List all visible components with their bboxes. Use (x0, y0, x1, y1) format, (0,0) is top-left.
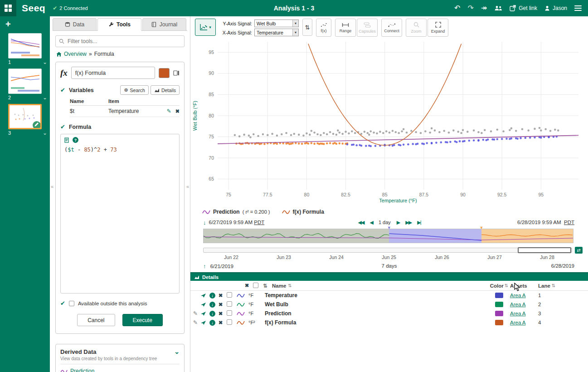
chevron-down-icon[interactable]: ⌄ (43, 59, 47, 65)
auto-update-icon[interactable]: ⇄ (575, 247, 583, 254)
legend-fx-formula[interactable]: f(x) Formula (282, 209, 324, 215)
scrollbar-handle[interactable] (518, 247, 571, 253)
range-start-icon[interactable]: ↓ (203, 219, 206, 226)
get-link-button[interactable]: Get link (510, 5, 537, 11)
step-back-all-icon[interactable]: ◀◀ (358, 220, 364, 225)
worksheet-thumbnail[interactable]: 1⌄ (8, 33, 47, 65)
connect-button[interactable]: Connect (381, 19, 402, 37)
asset-link[interactable]: Area A (510, 311, 538, 316)
trend-icon[interactable] (200, 293, 209, 298)
capsules-button[interactable]: Capsules (357, 19, 378, 37)
select-all-checkbox[interactable] (253, 283, 263, 289)
undo-icon[interactable]: ↶ (454, 5, 460, 12)
filter-tools-input[interactable] (55, 35, 185, 47)
app-grid-button[interactable] (0, 0, 16, 16)
remove-icon[interactable]: ✖ (219, 293, 227, 299)
worksheet-thumbnail[interactable]: 2⌄ (8, 69, 47, 100)
worksheet-thumbnail[interactable]: 3⌄ (8, 104, 47, 136)
info-icon[interactable]: i (209, 301, 219, 308)
row-checkbox[interactable] (227, 301, 237, 308)
tab-tools[interactable]: Tools (97, 18, 141, 31)
info-icon[interactable]: i (209, 319, 219, 326)
formula-color-swatch[interactable] (159, 68, 170, 78)
row-checkbox[interactable] (227, 292, 237, 299)
worksheet-preview[interactable] (8, 104, 42, 129)
asset-link[interactable]: Area A (510, 320, 538, 325)
expand-button[interactable]: Expand (428, 19, 448, 37)
timezone-link[interactable]: PDT (564, 220, 574, 225)
details-panel-header[interactable]: Details (190, 272, 588, 281)
edit-variable-icon[interactable]: ✎ (167, 108, 171, 114)
sort-icon[interactable]: ⇅ (263, 283, 272, 289)
variable-details-button[interactable]: Details (151, 85, 180, 95)
asset-link[interactable]: Area A (510, 302, 538, 307)
row-checkbox[interactable] (227, 319, 237, 326)
timeline-scrollbar[interactable] (203, 248, 572, 253)
home-icon[interactable] (56, 52, 62, 57)
collapse-rail-handle[interactable]: « (49, 181, 55, 191)
dock-panel-icon[interactable] (173, 70, 180, 76)
investigate-start-icon[interactable]: ↑ (203, 263, 206, 269)
present-icon[interactable]: ↠ (481, 5, 487, 12)
remove-icon[interactable]: ✖ (219, 320, 227, 326)
breadcrumb-overview[interactable]: Overview (64, 51, 87, 57)
trend-icon[interactable] (200, 311, 209, 316)
user-menu[interactable]: Jason (544, 5, 567, 11)
column-lane[interactable]: Lane ⇅ (538, 283, 556, 289)
hamburger-menu-icon[interactable] (574, 4, 582, 12)
swap-axes-button[interactable]: ⇅ (302, 19, 312, 36)
formula-editor[interactable]: ? ($t - 85)^2 + 73 (60, 134, 180, 294)
tab-journal[interactable]: Journal (142, 18, 186, 31)
timeline-strip[interactable]: ▼▼ (203, 229, 573, 243)
step-size-label[interactable]: 1 day (379, 220, 391, 225)
info-icon[interactable]: i (209, 292, 219, 299)
edit-item-icon[interactable]: ✎ (190, 310, 200, 317)
tab-data[interactable]: Data (53, 18, 97, 31)
variable-search-button[interactable]: ⊕ Search (120, 85, 149, 95)
redo-icon[interactable]: ↷ (467, 5, 473, 12)
color-swatch[interactable] (488, 302, 510, 307)
step-forward-icon[interactable]: ▶ (397, 220, 399, 225)
formula-name-input[interactable] (71, 67, 155, 79)
y-axis-signal-select[interactable]: Wet Bulb ▾ (254, 20, 299, 27)
collapse-panel-handle[interactable]: « (185, 181, 190, 191)
range-button[interactable]: Range (335, 19, 356, 37)
column-color[interactable]: Color ⇅ (488, 283, 510, 289)
legend-prediction[interactable]: Prediction ( r² = 0.200 ) (202, 209, 270, 215)
add-worksheet-button[interactable]: + (5, 19, 15, 29)
worksheet-preview[interactable] (8, 69, 42, 94)
color-swatch[interactable] (488, 320, 510, 325)
users-icon[interactable] (494, 5, 502, 11)
execute-button[interactable]: Execute (122, 314, 163, 326)
formula-code[interactable]: ($t - 85)^2 + 73 (64, 147, 175, 153)
chevron-down-icon[interactable]: ⌄ (43, 130, 47, 136)
color-swatch[interactable] (488, 311, 510, 316)
document-icon[interactable] (64, 137, 69, 143)
zoom-button[interactable]: Zoom (406, 19, 427, 37)
remove-variable-icon[interactable]: ✖ (175, 108, 180, 114)
x-axis-signal-select[interactable]: Temperature ▾ (254, 29, 299, 36)
step-back-icon[interactable]: ◀ (369, 220, 372, 225)
scatter-chart[interactable]: 7577.58082.58587.59092.59565707580859095… (190, 39, 588, 206)
edit-item-icon[interactable]: ✎ (190, 319, 200, 326)
derived-data-item[interactable]: Prediction (60, 368, 180, 372)
remove-icon[interactable]: ✖ (219, 302, 227, 308)
trend-icon[interactable] (200, 302, 209, 307)
view-selector-button[interactable]: ▾ (195, 19, 216, 36)
step-forward-all-icon[interactable]: ▶▶ (405, 220, 411, 225)
fx-tool-button[interactable]: f(x) (316, 19, 331, 37)
remove-all-icon[interactable]: ✖ (245, 283, 253, 289)
asset-link[interactable]: Area A (510, 293, 538, 298)
help-icon[interactable]: ? (73, 137, 78, 143)
step-to-end-icon[interactable]: ▶| (417, 220, 420, 225)
chevron-down-icon[interactable]: ⌄ (174, 348, 180, 355)
row-checkbox[interactable] (227, 310, 237, 317)
available-checkbox[interactable] (69, 301, 74, 306)
color-swatch[interactable] (488, 293, 510, 298)
remove-icon[interactable]: ✖ (219, 311, 227, 317)
chevron-down-icon[interactable]: ⌄ (43, 95, 47, 100)
column-name[interactable]: Name ⇅ (272, 283, 488, 289)
derived-item-link[interactable]: Prediction (70, 368, 94, 372)
trend-icon[interactable] (200, 320, 209, 325)
timezone-link[interactable]: PDT (254, 220, 264, 225)
